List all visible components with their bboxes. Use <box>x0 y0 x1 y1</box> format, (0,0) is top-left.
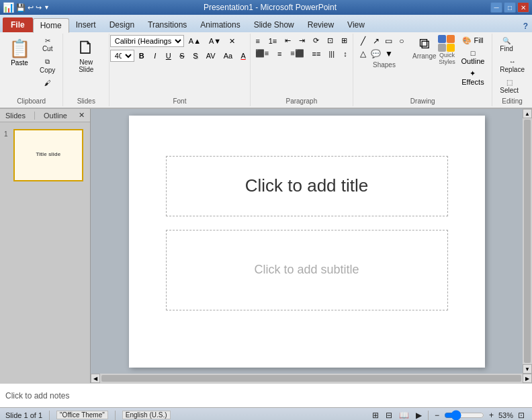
align-right-button[interactable]: ≡⬛ <box>287 48 307 59</box>
numbering-button[interactable]: 1≡ <box>265 35 281 46</box>
scroll-left-btn[interactable]: ◀ <box>91 374 100 383</box>
italic-button[interactable]: I <box>149 50 161 61</box>
zoom-in-btn[interactable]: + <box>487 410 496 421</box>
close-btn[interactable]: ✕ <box>517 2 529 13</box>
char-spacing-button[interactable]: AV <box>203 50 219 61</box>
minimize-btn[interactable]: ─ <box>490 2 502 13</box>
decrease-font-button[interactable]: A▼ <box>206 36 224 46</box>
scroll-right-btn[interactable]: ▶ <box>523 374 532 383</box>
tab-slideshow[interactable]: Slide Show <box>247 17 301 32</box>
shape-rect[interactable]: ▭ <box>383 35 395 47</box>
shape-effects-button[interactable]: ✦ Effects <box>458 68 488 87</box>
reading-view-icon[interactable]: 📖 <box>397 410 411 421</box>
canvas-row: Click to add title Click to add subtitle… <box>91 109 532 374</box>
align-left-button[interactable]: ⬛≡ <box>252 48 272 59</box>
customize-icon[interactable]: ▼ <box>44 4 50 11</box>
undo-icon[interactable]: ↩ <box>28 3 34 12</box>
tab-review[interactable]: Review <box>301 17 341 32</box>
select-button[interactable]: ⬚ Select <box>496 77 522 96</box>
help-button[interactable]: ? <box>519 20 532 32</box>
h-scroll-thumb[interactable] <box>101 375 521 382</box>
file-tab[interactable]: File <box>3 17 33 32</box>
shape-triangle[interactable]: △ <box>357 48 369 60</box>
shadow-button[interactable]: S <box>189 50 202 61</box>
maximize-btn[interactable]: □ <box>504 2 516 13</box>
fit-window-btn[interactable]: ⊡ <box>516 410 527 421</box>
tab-insert[interactable]: Insert <box>69 17 103 32</box>
style-4[interactable] <box>447 44 455 52</box>
line-spacing-button[interactable]: ↕ <box>339 48 351 59</box>
cut-label: Cut <box>42 45 53 52</box>
cut-button[interactable]: ✂ Cut <box>36 35 58 54</box>
font-name-select[interactable]: Calibri (Headings) <box>110 35 184 47</box>
theme-tag[interactable]: "Office Theme" <box>56 411 108 419</box>
replace-button[interactable]: ↔ Replace <box>496 56 528 75</box>
tab-design[interactable]: Design <box>103 17 141 32</box>
notes-area[interactable]: Click to add notes <box>0 383 532 407</box>
shape-arrow[interactable]: ↗ <box>370 35 382 47</box>
indent-less-button[interactable]: ⇤ <box>281 35 294 46</box>
change-case-button[interactable]: Aa <box>220 50 236 61</box>
shape-callout[interactable]: 💬 <box>370 48 382 60</box>
slideshow-view-icon[interactable]: ▶ <box>414 410 424 421</box>
bold-button[interactable]: B <box>136 50 148 61</box>
save-icon[interactable]: 💾 <box>16 3 26 12</box>
close-panel-btn[interactable]: ✕ <box>76 110 87 120</box>
columns-button[interactable]: ||| <box>325 48 338 59</box>
vertical-scrollbar[interactable]: ▲ ▼ <box>523 109 532 374</box>
slide-canvas[interactable]: Click to add title Click to add subtitle <box>129 116 485 368</box>
shapes-grid: ╱ ↗ ▭ ○ △ 💬 ▼ <box>357 35 411 60</box>
outline-tab-btn[interactable]: Outline <box>41 111 70 120</box>
style-1[interactable] <box>438 35 446 43</box>
subtitle-placeholder[interactable]: Click to add subtitle <box>166 230 448 310</box>
scroll-down-btn[interactable]: ▼ <box>523 364 532 374</box>
increase-font-button[interactable]: A▲ <box>185 36 204 46</box>
paste-button[interactable]: 📋 Paste <box>4 35 35 70</box>
slide-panel-content: 1 Title slide <box>0 122 90 383</box>
clear-format-button[interactable]: ✕ <box>226 36 238 47</box>
slides-tab-btn[interactable]: Slides <box>3 111 28 120</box>
scroll-thumb[interactable] <box>524 120 531 363</box>
bullets-button[interactable]: ≡ <box>252 35 264 46</box>
shape-circle[interactable]: ○ <box>396 35 408 47</box>
shape-outline-button[interactable]: □ Outline <box>458 48 488 67</box>
slide-sorter-icon[interactable]: ⊟ <box>384 410 394 421</box>
align-center-button[interactable]: ≡ <box>273 48 285 59</box>
shape-line[interactable]: ╱ <box>357 35 369 47</box>
paste-label: Paste <box>11 59 28 67</box>
text-direction-button[interactable]: ⟳ <box>310 35 322 46</box>
horizontal-scrollbar[interactable]: ◀ ▶ <box>91 374 532 383</box>
zoom-slider[interactable] <box>444 411 484 419</box>
font-size-select[interactable]: 40 <box>110 50 134 62</box>
font-color-button[interactable]: A <box>237 50 249 61</box>
underline-button[interactable]: U <box>163 50 175 61</box>
normal-view-icon[interactable]: ⊞ <box>370 410 381 421</box>
copy-button[interactable]: ⧉ Copy <box>36 56 58 76</box>
main-area: Slides Outline ✕ 1 Title slide Click t <box>0 109 532 383</box>
tab-transitions[interactable]: Transitions <box>141 17 193 32</box>
slide-thumbnail[interactable]: Title slide <box>13 129 83 181</box>
redo-icon[interactable]: ↪ <box>36 3 42 12</box>
replace-label: Replace <box>500 66 525 73</box>
slide-info: Slide 1 of 1 <box>5 411 42 419</box>
strikethrough-button[interactable]: S <box>176 50 188 61</box>
tab-view[interactable]: View <box>341 17 371 32</box>
smart-art-button[interactable]: ⊞ <box>338 35 351 46</box>
find-button[interactable]: 🔍 Find <box>496 35 516 54</box>
style-2[interactable] <box>447 35 455 43</box>
align-text-button[interactable]: ⊡ <box>324 35 337 46</box>
language-tag[interactable]: English (U.S.) <box>122 411 171 419</box>
new-slide-button[interactable]: 🗋 New Slide <box>67 35 105 77</box>
format-painter-button[interactable]: 🖌 <box>36 77 58 89</box>
tab-animations[interactable]: Animations <box>193 17 247 32</box>
tab-home[interactable]: Home <box>33 18 69 33</box>
subtitle-placeholder-text: Click to add subtitle <box>254 263 359 277</box>
justify-button[interactable]: ≡≡ <box>309 48 324 59</box>
shape-more[interactable]: ▼ <box>383 48 395 60</box>
zoom-out-btn[interactable]: − <box>433 410 441 421</box>
title-placeholder[interactable]: Click to add title <box>166 156 448 216</box>
indent-more-button[interactable]: ⇥ <box>296 35 308 46</box>
scroll-up-btn[interactable]: ▲ <box>523 109 532 118</box>
shape-fill-button[interactable]: 🎨 Fill <box>458 35 488 46</box>
style-3[interactable] <box>438 44 446 52</box>
